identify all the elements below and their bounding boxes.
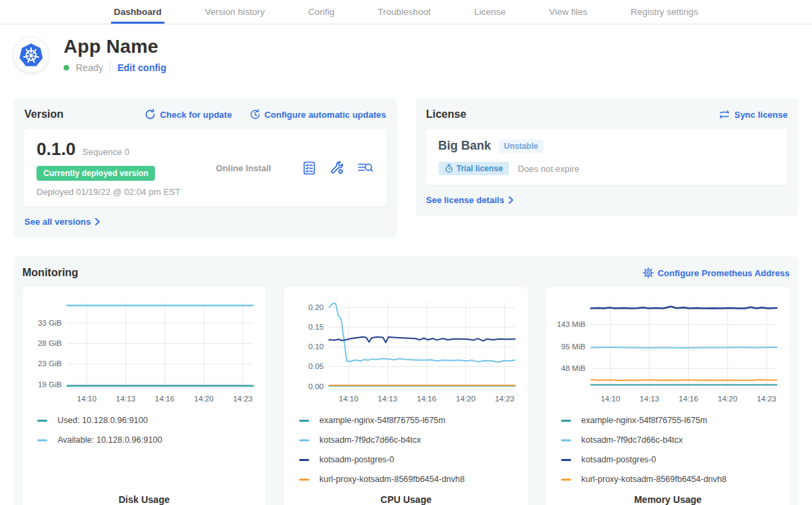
legend-dash [37,439,47,441]
svg-text:0.00: 0.00 [309,382,323,391]
legend-item: Available: 10.128.0.96:9100 [37,435,256,445]
configure-prometheus-link[interactable]: Configure Prometheus Address [643,267,790,278]
current-version-panel: 0.1.0 Sequence 0 Currently deployed vers… [24,129,386,206]
legend-label: kotsadm-7f9dc7d66c-b4tcx [581,435,683,445]
legend-item: kurl-proxy-kotsadm-8569fb6454-dnvh8 [561,475,780,484]
legend-item: Used: 10.128.0.96:9100 [37,416,256,425]
legend-dash [299,479,309,481]
configure-automatic-updates-link[interactable]: Configure automatic updates [250,109,386,120]
status-dot [64,65,69,70]
svg-text:23 GiB: 23 GiB [38,359,62,368]
disk-usage-chart: 14:1014:1314:1614:2014:2319 GiB23 GiB28 … [32,297,256,410]
svg-text:14:13: 14:13 [116,395,135,403]
legend-label: Used: 10.128.0.96:9100 [58,416,148,425]
tab-version-history[interactable]: Version history [202,0,268,24]
check-for-update-link[interactable]: Check for update [145,109,231,120]
legend-dash [37,420,47,422]
tab-config[interactable]: Config [305,0,337,24]
version-card: Version Check for update [14,98,397,238]
version-sequence: Sequence 0 [83,147,129,157]
monitoring-title: Monitoring [22,267,78,279]
tab-view-files[interactable]: View files [546,0,590,24]
legend-item: kotsadm-7f9dc7d66c-b4tcx [561,435,780,445]
monitoring-card: Monitoring Configur [14,257,798,505]
channel-badge: Unstable [499,139,544,153]
svg-text:14:10: 14:10 [77,395,97,403]
svg-text:14:16: 14:16 [155,395,175,403]
see-license-details-link[interactable]: See license details [426,195,514,205]
tab-troubleshoot[interactable]: Troubleshoot [375,0,433,24]
app-logo [14,37,49,72]
legend-label: kotsadm-postgres-0 [319,455,394,464]
legend-dash [299,439,309,441]
chevron-right-icon [508,196,514,204]
svg-text:14:13: 14:13 [378,395,397,403]
version-card-title: Version [24,108,64,120]
svg-text:14:20: 14:20 [718,395,738,403]
version-number: 0.1.0 [37,139,76,160]
legend-label: Available: 10.128.0.96:9100 [58,435,162,445]
legend-item: kotsadm-postgres-0 [299,455,518,464]
svg-text:95 MiB: 95 MiB [561,343,585,351]
gear-icon [643,267,654,278]
svg-text:0.20: 0.20 [309,303,323,311]
memory-usage-chart: 14:1014:1314:1614:2014:2348 MiB95 MiB143… [556,297,780,410]
memory-usage-chart-card: 14:1014:1314:1614:2014:2348 MiB95 MiB143… [546,287,790,505]
legend-dash [561,420,571,422]
edit-config-link[interactable]: Edit config [117,62,166,73]
memory-usage-legend: example-nginx-54f8f76755-l675mkotsadm-7f… [556,416,780,494]
svg-text:14:20: 14:20 [456,395,476,403]
edit-config-icon[interactable] [329,160,345,176]
chevron-right-icon [95,218,100,225]
svg-text:0.10: 0.10 [309,343,323,351]
refresh-icon [145,109,156,120]
top-nav: Dashboard Version history Config Trouble… [0,0,812,24]
tab-registry-settings[interactable]: Registry settings [628,0,701,24]
svg-text:143 MiB: 143 MiB [557,320,586,328]
deployed-badge: Currently deployed version [37,166,155,181]
svg-text:19 GiB: 19 GiB [38,380,62,389]
svg-text:14:23: 14:23 [757,395,776,403]
license-expiry: Does not expire [518,164,579,174]
sync-icon [719,109,730,120]
app-status: Ready [76,62,103,73]
tab-dashboard[interactable]: Dashboard [111,0,164,24]
app-header: App Name Ready Edit config [14,36,798,73]
tab-license[interactable]: License [472,0,509,24]
install-type: Online Install [202,163,301,173]
svg-text:0.05: 0.05 [309,362,323,370]
license-customer-name: Big Bank [438,139,491,153]
svg-text:14:10: 14:10 [339,395,359,403]
page-title: App Name [64,36,166,58]
svg-text:14:10: 14:10 [601,395,621,403]
legend-item: kotsadm-postgres-0 [561,455,780,464]
preflight-checks-icon[interactable] [301,160,317,176]
legend-label: example-nginx-54f8f76755-l675m [319,416,445,425]
legend-dash [561,459,571,461]
deployed-timestamp: Deployed 01/19/22 @ 02:04 pm EST [37,187,202,197]
svg-text:14:20: 14:20 [194,395,214,403]
divider [110,62,110,73]
svg-text:14:13: 14:13 [639,395,659,403]
legend-item: kotsadm-7f9dc7d66c-b4tcx [299,435,518,445]
chart-title-disk: Disk Usage [32,494,256,505]
legend-label: kurl-proxy-kotsadm-8569fb6454-dnvh8 [581,475,727,484]
legend-dash [561,439,571,441]
disk-usage-chart-card: 14:1014:1314:1614:2014:2319 GiB23 GiB28 … [22,287,266,505]
view-diff-icon[interactable] [357,160,374,176]
cpu-usage-legend: example-nginx-54f8f76755-l675mkotsadm-7f… [294,416,518,494]
legend-label: kotsadm-7f9dc7d66c-b4tcx [319,435,421,445]
svg-text:14:16: 14:16 [679,395,698,403]
svg-text:48 MiB: 48 MiB [561,364,585,372]
legend-item: example-nginx-54f8f76755-l675m [561,416,780,425]
schedule-icon [250,109,261,120]
kubernetes-icon [16,40,46,70]
legend-label: kotsadm-postgres-0 [581,455,656,464]
svg-text:0.15: 0.15 [309,323,323,331]
legend-label: example-nginx-54f8f76755-l675m [581,416,707,425]
license-panel: Big Bank Unstable Trial license Does not… [426,129,788,185]
sync-license-link[interactable]: Sync license [719,109,788,120]
stopwatch-icon [445,164,453,173]
legend-label: kurl-proxy-kotsadm-8569fb6454-dnvh8 [319,475,465,484]
see-all-versions-link[interactable]: See all versions [24,217,100,227]
